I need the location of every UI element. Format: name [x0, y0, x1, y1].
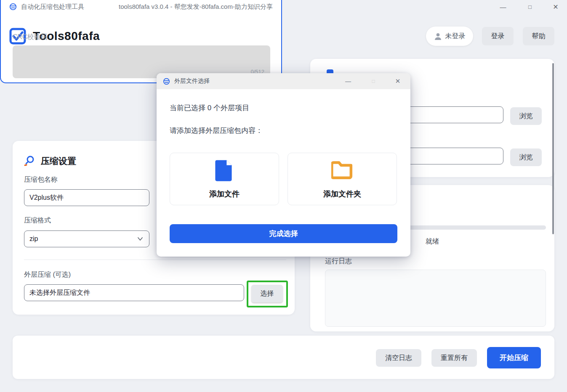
dialog-selected-info: 当前已选择 0 个外层项目 — [170, 103, 249, 113]
user-status-badge[interactable]: 未登录 — [426, 26, 473, 46]
window-close-button[interactable]: ✕ — [548, 0, 563, 13]
dialog-app-icon — [163, 78, 170, 85]
add-folder-card[interactable]: 添加文件夹 — [287, 153, 397, 205]
section-divider — [24, 260, 286, 260]
dialog-title: 外层文件选择 — [174, 77, 210, 85]
crc-input[interactable] — [13, 45, 270, 63]
footer-action-bar: 清空日志 重置所有 开始压缩 — [13, 336, 554, 379]
format-label: 压缩格式 — [24, 216, 51, 225]
folder-icon — [331, 159, 353, 179]
help-button[interactable]: 帮助 — [523, 27, 554, 45]
add-file-label: 添加文件 — [170, 189, 279, 199]
section-title: 压缩设置 — [41, 155, 76, 167]
app-window: 自动化压缩包处理工具 tools80fafa v3.0.4 - 帮您发发-80f… — [0, 0, 567, 392]
browse-button-1[interactable]: 浏览 — [510, 107, 542, 125]
app-icon — [9, 3, 17, 11]
titlebar: 自动化压缩包处理工具 tools80fafa v3.0.4 - 帮您发发-80f… — [0, 0, 567, 13]
titlebar-window-title: tools80fafa v3.0.4 - 帮您发发-80fafa.com-助力知… — [119, 3, 273, 11]
run-log-label: 运行日志 — [325, 257, 352, 266]
reset-all-button[interactable]: 重置所有 — [431, 349, 477, 367]
window-minimize-button[interactable]: — — [496, 0, 510, 13]
dialog-titlebar: 外层文件选择 — □ ✕ — [157, 73, 410, 89]
user-status-label: 未登录 — [445, 32, 466, 41]
outer-archive-input[interactable] — [24, 284, 244, 301]
user-icon — [434, 32, 442, 40]
titlebar-app-name: 自动化压缩包处理工具 — [21, 3, 84, 11]
clear-log-button[interactable]: 清空日志 — [376, 349, 421, 367]
dialog-instruction: 请添加选择外层压缩包内容： — [170, 126, 263, 135]
login-button[interactable]: 登录 — [482, 27, 514, 45]
add-folder-label: 添加文件夹 — [288, 189, 397, 199]
settings-magnifier-icon — [24, 155, 35, 167]
outer-archive-label: 外层压缩 (可选) — [24, 270, 71, 279]
format-selected-value: zip — [29, 235, 38, 243]
outer-select-button[interactable]: 选择 — [251, 285, 283, 302]
outer-file-select-dialog: 外层文件选择 — □ ✕ 当前已选择 0 个外层项目 请添加选择外层压缩包内容：… — [157, 73, 410, 257]
vertical-scrollbar[interactable] — [552, 63, 554, 234]
file-icon — [215, 159, 234, 182]
dialog-maximize-button: □ — [366, 73, 381, 89]
start-compress-button[interactable]: 开始压缩 — [487, 347, 541, 368]
archive-name-label: 压缩包名称 — [24, 175, 58, 184]
archive-name-input[interactable] — [24, 189, 149, 206]
crc-label: CRC校验码 — [13, 33, 48, 42]
finish-selection-button[interactable]: 完成选择 — [170, 224, 397, 243]
chevron-down-icon — [136, 235, 144, 243]
add-file-card[interactable]: 添加文件 — [170, 153, 279, 205]
dialog-close-button[interactable]: ✕ — [391, 73, 405, 89]
format-select[interactable]: zip — [24, 230, 149, 247]
window-maximize-button[interactable]: □ — [523, 0, 537, 13]
dialog-minimize-button[interactable]: — — [341, 73, 355, 89]
browse-button-2[interactable]: 浏览 — [510, 148, 542, 166]
run-log-area[interactable] — [325, 270, 546, 327]
